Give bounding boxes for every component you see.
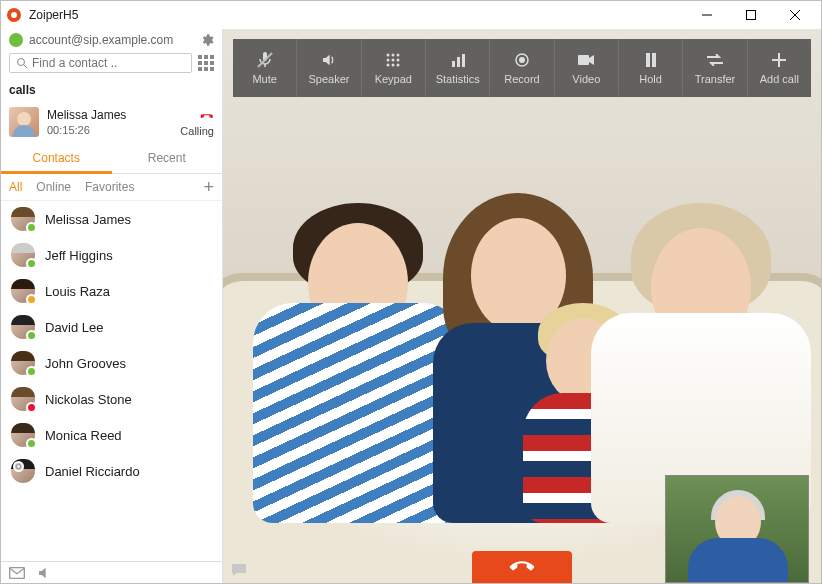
stats-icon — [451, 51, 465, 69]
active-call-card[interactable]: Melissa James 00:15:26 Calling — [1, 101, 222, 143]
statistics-label: Statistics — [436, 73, 480, 85]
call-toolbar: Mute Speaker Keypad Statistics Record Vi… — [233, 39, 811, 97]
svg-point-1 — [11, 12, 17, 18]
presence-badge — [13, 461, 24, 472]
svg-rect-21 — [457, 57, 460, 67]
contact-name: David Lee — [45, 320, 104, 335]
presence-badge — [26, 366, 37, 377]
statistics-button[interactable]: Statistics — [426, 39, 490, 97]
plus-icon — [772, 51, 786, 69]
search-input[interactable] — [32, 56, 185, 70]
contact-avatar — [11, 279, 35, 303]
contact-name: John Grooves — [45, 356, 126, 371]
hangup-button[interactable] — [472, 551, 572, 583]
svg-point-6 — [18, 59, 25, 66]
chat-icon[interactable] — [231, 563, 247, 577]
presence-badge — [26, 222, 37, 233]
transfer-button[interactable]: Transfer — [683, 39, 747, 97]
sub-tabs: All Online Favorites + — [1, 174, 222, 201]
keypad-icon — [386, 51, 400, 69]
svg-rect-22 — [462, 54, 465, 67]
maximize-button[interactable] — [729, 1, 773, 29]
contact-row[interactable]: David Lee — [1, 309, 222, 345]
add-contact-button[interactable]: + — [203, 178, 214, 196]
subtab-favorites[interactable]: Favorites — [85, 180, 134, 194]
dialpad-icon[interactable] — [198, 55, 214, 71]
contact-row[interactable]: Nickolas Stone — [1, 381, 222, 417]
app-icon — [5, 6, 23, 24]
presence-online-icon — [9, 33, 23, 47]
contact-avatar — [11, 207, 35, 231]
svg-rect-9 — [263, 52, 267, 61]
mute-button[interactable]: Mute — [233, 39, 297, 97]
contact-row[interactable]: Louis Raza — [1, 273, 222, 309]
svg-point-11 — [387, 54, 390, 57]
svg-rect-26 — [646, 53, 650, 67]
svg-rect-27 — [652, 53, 656, 67]
record-label: Record — [504, 73, 539, 85]
presence-badge — [26, 402, 37, 413]
addcall-label: Add call — [760, 73, 799, 85]
contact-avatar — [11, 459, 35, 483]
close-button[interactable] — [773, 1, 817, 29]
contact-row[interactable]: John Grooves — [1, 345, 222, 381]
tab-contacts-label: Contacts — [33, 151, 80, 165]
settings-gear-icon[interactable] — [200, 33, 214, 47]
mic-muted-icon — [258, 51, 272, 69]
keypad-button[interactable]: Keypad — [362, 39, 426, 97]
account-row[interactable]: account@sip.example.com — [1, 29, 222, 51]
search-box[interactable] — [9, 53, 192, 73]
svg-point-15 — [392, 59, 395, 62]
contact-avatar — [11, 243, 35, 267]
record-button[interactable]: Record — [490, 39, 554, 97]
svg-point-14 — [387, 59, 390, 62]
main-tabs: Contacts Recent — [1, 143, 222, 174]
hangup-mini-icon[interactable] — [198, 107, 214, 123]
video-button[interactable]: Video — [555, 39, 619, 97]
account-label: account@sip.example.com — [29, 33, 194, 47]
svg-rect-20 — [452, 61, 455, 67]
transfer-label: Transfer — [695, 73, 736, 85]
video-label: Video — [572, 73, 600, 85]
contact-row[interactable]: Jeff Higgins — [1, 237, 222, 273]
titlebar: ZoiperH5 — [1, 1, 821, 29]
svg-point-13 — [397, 54, 400, 57]
tab-contacts[interactable]: Contacts — [1, 143, 112, 173]
svg-rect-3 — [747, 11, 756, 20]
bottom-toolbar — [1, 561, 222, 583]
contact-list: Melissa JamesJeff HigginsLouis RazaDavid… — [1, 201, 222, 561]
contact-row[interactable]: Monica Reed — [1, 417, 222, 453]
speaker-button[interactable]: Speaker — [297, 39, 361, 97]
contact-name: Melissa James — [45, 212, 131, 227]
subtab-all[interactable]: All — [9, 180, 22, 194]
speaker-out-icon — [321, 51, 337, 69]
call-status: Calling — [180, 125, 214, 137]
contact-avatar — [11, 315, 35, 339]
svg-point-19 — [397, 64, 400, 67]
app-title: ZoiperH5 — [29, 8, 685, 22]
self-video-preview[interactable] — [665, 475, 809, 583]
add-call-button[interactable]: Add call — [748, 39, 811, 97]
subtab-online[interactable]: Online — [36, 180, 71, 194]
record-icon — [515, 51, 529, 69]
svg-line-7 — [24, 65, 28, 69]
tab-recent[interactable]: Recent — [112, 143, 223, 173]
pause-icon — [645, 51, 657, 69]
contact-row[interactable]: Melissa James — [1, 201, 222, 237]
hold-button[interactable]: Hold — [619, 39, 683, 97]
contact-avatar — [11, 387, 35, 411]
keypad-label: Keypad — [375, 73, 412, 85]
video-panel: Mute Speaker Keypad Statistics Record Vi… — [223, 29, 821, 583]
transfer-icon — [707, 51, 723, 69]
svg-point-17 — [387, 64, 390, 67]
messages-icon[interactable] — [9, 567, 25, 579]
presence-badge — [26, 258, 37, 269]
mute-label: Mute — [252, 73, 276, 85]
speaker-icon[interactable] — [37, 566, 53, 580]
minimize-button[interactable] — [685, 1, 729, 29]
caller-name: Melissa James — [47, 108, 214, 122]
presence-badge — [26, 330, 37, 341]
contact-row[interactable]: Daniel Ricciardo — [1, 453, 222, 489]
contact-name: Daniel Ricciardo — [45, 464, 140, 479]
svg-point-16 — [397, 59, 400, 62]
